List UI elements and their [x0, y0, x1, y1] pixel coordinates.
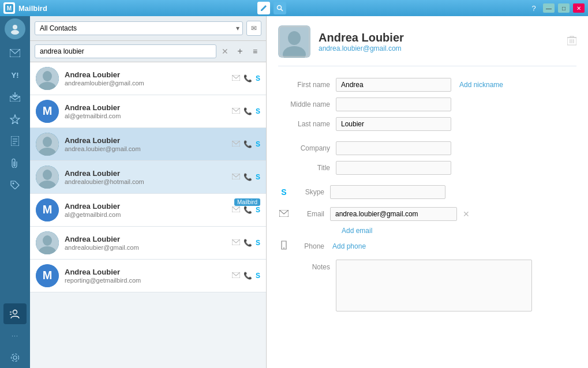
- sidebar-item-more[interactable]: ···: [3, 325, 27, 346]
- notes-textarea[interactable]: [336, 260, 532, 311]
- contact-phone-icon[interactable]: 📞: [244, 173, 252, 181]
- contact-info: Andrea Loubierandrealoubier@gmail.com: [65, 235, 226, 251]
- contact-phone-icon[interactable]: 📞: [244, 74, 252, 82]
- app-title: Mailbird: [18, 4, 254, 13]
- contact-list-item[interactable]: Andrea Loubierandrea.loubier@gmail.com 📞…: [30, 128, 266, 161]
- contact-filter-select[interactable]: All Contacts: [35, 21, 243, 35]
- contact-mail-icon[interactable]: [232, 141, 240, 148]
- contact-phone-icon[interactable]: 📞: [244, 272, 252, 280]
- sidebar-item-contacts[interactable]: [3, 303, 27, 324]
- add-email-link[interactable]: Add email: [342, 227, 372, 235]
- contact-list-item[interactable]: MAndrea Loubierreporting@getmailbird.com…: [30, 260, 266, 292]
- add-nickname-link[interactable]: Add nickname: [459, 81, 503, 89]
- svg-point-32: [43, 170, 52, 180]
- detail-panel: Andrea Loubier andrea.loubier@gmail.com …: [267, 16, 588, 368]
- svg-point-28: [43, 137, 52, 147]
- contact-mail-icon[interactable]: [232, 239, 240, 246]
- sidebar-item-starred[interactable]: [3, 108, 27, 129]
- search-input[interactable]: [35, 44, 216, 58]
- phone-label: Phone: [295, 242, 324, 250]
- svg-point-2: [277, 6, 281, 10]
- contact-phone-icon[interactable]: 📞: [244, 140, 252, 148]
- sidebar-item-inbox[interactable]: [3, 87, 27, 107]
- svg-line-3: [280, 9, 283, 12]
- svg-point-5: [11, 30, 19, 35]
- contact-skype-icon[interactable]: S: [256, 272, 260, 280]
- contact-info: Andrea Loubierandrea.loubier@gmail.com: [65, 136, 226, 152]
- contact-actions: 📞 S: [232, 206, 260, 214]
- email-row: Email ✕: [278, 207, 576, 221]
- sidebar-item-attachments[interactable]: [3, 152, 27, 173]
- title-row: Title: [278, 161, 576, 175]
- main-layout: Y! ··· All Contacts: [0, 16, 588, 368]
- contact-mail-icon[interactable]: [232, 174, 240, 181]
- contact-name: Andrea Loubier: [65, 235, 226, 243]
- title-bar: M Mailbird ? — □ ✕: [0, 0, 588, 16]
- contact-name: Andrea Loubier: [65, 70, 226, 79]
- contact-mail-icon[interactable]: [232, 75, 240, 82]
- detail-email[interactable]: andrea.loubier@gmail.com: [319, 44, 404, 52]
- contact-list-panel: All Contacts ▾ ✉ ✕ + ≡ Andrea Loubierand…: [30, 16, 267, 368]
- contact-list-item[interactable]: MAndrea Loubieral@getmailbird.com 📞 S Ma…: [30, 194, 266, 227]
- edit-icon[interactable]: [257, 2, 270, 14]
- company-input[interactable]: [336, 141, 451, 155]
- sidebar-item-compose[interactable]: [3, 43, 27, 63]
- notes-label: Notes: [278, 263, 330, 271]
- contact-actions: 📞 S: [232, 140, 260, 148]
- add-phone-link[interactable]: Add phone: [332, 242, 366, 250]
- contact-email: al@getmailbird.com: [65, 112, 226, 119]
- maximize-button[interactable]: □: [558, 3, 570, 13]
- app-logo-icon: M: [3, 2, 15, 14]
- contact-skype-icon[interactable]: S: [256, 239, 260, 247]
- contact-list-item[interactable]: Andrea Loubierandrealoubier@hotmail.com …: [30, 161, 266, 194]
- email-label: Email: [295, 210, 324, 218]
- last-name-label: Last name: [278, 120, 330, 128]
- contact-mail-icon[interactable]: [232, 272, 240, 279]
- middle-name-input[interactable]: [336, 97, 451, 111]
- contact-phone-icon[interactable]: 📞: [244, 107, 252, 115]
- search-icon[interactable]: [274, 2, 286, 14]
- contact-skype-icon[interactable]: S: [256, 140, 260, 148]
- menu-button[interactable]: ≡: [249, 45, 261, 58]
- title-input[interactable]: [336, 161, 451, 175]
- contact-skype-icon[interactable]: S: [256, 107, 260, 115]
- delete-contact-button[interactable]: [567, 35, 576, 48]
- first-name-input[interactable]: [336, 78, 451, 92]
- sidebar-avatar[interactable]: [5, 18, 25, 39]
- contact-phone-icon[interactable]: 📞: [244, 239, 252, 247]
- email-input[interactable]: [330, 207, 457, 221]
- clear-search-button[interactable]: ✕: [219, 45, 231, 58]
- minimize-button[interactable]: —: [543, 3, 555, 13]
- contact-skype-icon[interactable]: S: [256, 74, 260, 82]
- add-contact-button[interactable]: +: [234, 45, 246, 58]
- contact-phone-icon[interactable]: 📞: [244, 206, 252, 214]
- contact-list: Andrea Loubierandreamloubier@gmail.com 📞…: [30, 62, 266, 368]
- sidebar-item-notes[interactable]: [3, 130, 27, 151]
- detail-header: Andrea Loubier andrea.loubier@gmail.com: [278, 25, 576, 66]
- middle-name-row: Middle name: [278, 97, 576, 111]
- svg-text:M: M: [43, 269, 53, 281]
- last-name-input[interactable]: [336, 117, 451, 131]
- clear-email-button[interactable]: ✕: [463, 209, 470, 219]
- contact-list-item[interactable]: MAndrea Loubieral@getmailbird.com 📞 S: [30, 95, 266, 128]
- mail-contact-button[interactable]: ✉: [246, 21, 261, 36]
- contact-mail-icon[interactable]: [232, 206, 240, 213]
- contact-skype-icon[interactable]: S: [256, 206, 260, 214]
- sidebar-item-tags[interactable]: [3, 174, 27, 195]
- close-button[interactable]: ✕: [573, 3, 585, 13]
- contact-avatar: [36, 166, 59, 189]
- contact-mail-icon[interactable]: [232, 108, 240, 115]
- skype-input[interactable]: [330, 185, 445, 199]
- contact-name: Andrea Loubier: [65, 268, 226, 276]
- contact-list-item[interactable]: Andrea Loubierandrealoubier@gmail.com 📞 …: [30, 227, 266, 260]
- svg-text:M: M: [43, 104, 53, 117]
- phone-row-icon: [278, 241, 290, 251]
- first-name-label: First name: [278, 81, 330, 89]
- contact-skype-icon[interactable]: S: [256, 173, 260, 181]
- sidebar-item-settings[interactable]: [3, 347, 27, 368]
- contact-list-item[interactable]: Andrea Loubierandreamloubier@gmail.com 📞…: [30, 62, 266, 95]
- notes-row: Notes: [278, 260, 576, 311]
- sidebar-item-yahoo[interactable]: Y!: [3, 65, 27, 85]
- help-button[interactable]: ?: [528, 4, 540, 13]
- svg-point-14: [12, 182, 14, 184]
